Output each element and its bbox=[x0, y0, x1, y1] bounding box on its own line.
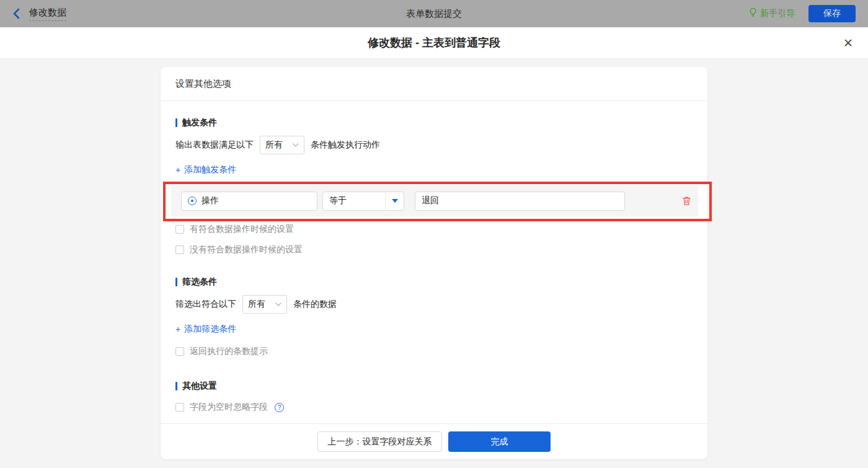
section-filter-conditions: 筛选条件 bbox=[175, 276, 693, 288]
dialog-body: 设置其他选项 触发条件 输出表数据满足以下 所有 条件触发执行动作 + 添 bbox=[0, 59, 868, 468]
filter-mode-row: 筛选出符合以下 所有 条件的数据 bbox=[175, 295, 693, 314]
options-panel: 设置其他选项 触发条件 输出表数据满足以下 所有 条件触发执行动作 + 添 bbox=[161, 67, 707, 459]
plus-icon: + bbox=[175, 324, 180, 334]
operator-caret-zone[interactable] bbox=[385, 192, 404, 210]
flow-title: 表单数据提交 bbox=[406, 8, 462, 20]
delete-condition-button[interactable] bbox=[682, 196, 691, 206]
trigger-condition-row-wrap: 操作 等于 退回 bbox=[175, 185, 693, 216]
panel-header: 设置其他选项 bbox=[161, 67, 707, 101]
trigger-condition-row: 操作 等于 退回 bbox=[171, 185, 698, 216]
panel-footer: 上一步：设置字段对应关系 完成 bbox=[161, 423, 707, 459]
checkbox-return-count-hint[interactable]: 返回执行的条数提示 bbox=[175, 346, 268, 357]
chevron-down-icon bbox=[293, 143, 299, 147]
beginner-guide-link[interactable]: 新手引导 bbox=[749, 7, 795, 20]
add-trigger-condition-link[interactable]: + 添加触发条件 bbox=[175, 164, 236, 175]
section-accent-bar bbox=[175, 278, 177, 286]
section-accent-bar bbox=[175, 118, 177, 127]
condition-value-input[interactable]: 退回 bbox=[415, 192, 625, 211]
lightbulb-icon bbox=[749, 7, 757, 20]
trigger-mode-select[interactable]: 所有 bbox=[260, 136, 304, 154]
section-other-settings: 其他设置 bbox=[175, 381, 693, 392]
dialog-title: 修改数据 - 主表到普通字段 bbox=[368, 35, 500, 50]
triangle-down-icon bbox=[392, 199, 398, 203]
checkbox-icon[interactable] bbox=[175, 403, 184, 412]
checkbox-has-matching-data[interactable]: 有符合数据操作时候的设置 bbox=[175, 224, 294, 235]
trigger-mode-prefix: 输出表数据满足以下 bbox=[175, 139, 254, 151]
previous-step-button[interactable]: 上一步：设置字段对应关系 bbox=[317, 431, 442, 452]
add-filter-condition-link[interactable]: + 添加筛选条件 bbox=[175, 324, 236, 335]
condition-field-select[interactable]: 操作 bbox=[181, 192, 317, 211]
back-node-label[interactable]: 修改数据 bbox=[29, 7, 66, 21]
radio-field-type-icon bbox=[188, 196, 197, 205]
checkbox-no-matching-data[interactable]: 没有符合数据操作时候的设置 bbox=[175, 244, 303, 255]
back-chevron-icon[interactable] bbox=[12, 8, 20, 19]
checkbox-icon[interactable] bbox=[175, 347, 184, 356]
filter-mode-prefix: 筛选出符合以下 bbox=[175, 299, 236, 310]
checkbox-icon[interactable] bbox=[175, 245, 184, 254]
trigger-mode-row: 输出表数据满足以下 所有 条件触发执行动作 bbox=[175, 136, 693, 154]
help-question-icon[interactable]: ? bbox=[275, 403, 284, 412]
checkbox-ignore-empty-fields[interactable]: 字段为空时忽略字段 ? bbox=[175, 402, 284, 413]
trigger-mode-suffix: 条件触发执行动作 bbox=[311, 139, 380, 151]
filter-mode-select[interactable]: 所有 bbox=[242, 295, 287, 314]
chevron-down-icon bbox=[275, 302, 281, 306]
save-button[interactable]: 保存 bbox=[808, 5, 856, 22]
top-toolbar: 修改数据 表单数据提交 新手引导 保存 bbox=[0, 0, 868, 27]
section-accent-bar bbox=[175, 382, 177, 391]
close-icon[interactable]: ✕ bbox=[843, 37, 853, 49]
checkbox-icon[interactable] bbox=[175, 225, 184, 234]
beginner-guide-label: 新手引导 bbox=[760, 8, 795, 19]
finish-button[interactable]: 完成 bbox=[448, 431, 551, 452]
section-trigger-conditions: 触发条件 bbox=[175, 117, 693, 128]
plus-icon: + bbox=[175, 165, 180, 175]
dialog-header: 修改数据 - 主表到普通字段 ✕ bbox=[0, 27, 868, 59]
trash-icon bbox=[682, 196, 691, 206]
filter-mode-suffix: 条件的数据 bbox=[293, 299, 337, 310]
condition-operator-select[interactable]: 等于 bbox=[322, 192, 404, 211]
